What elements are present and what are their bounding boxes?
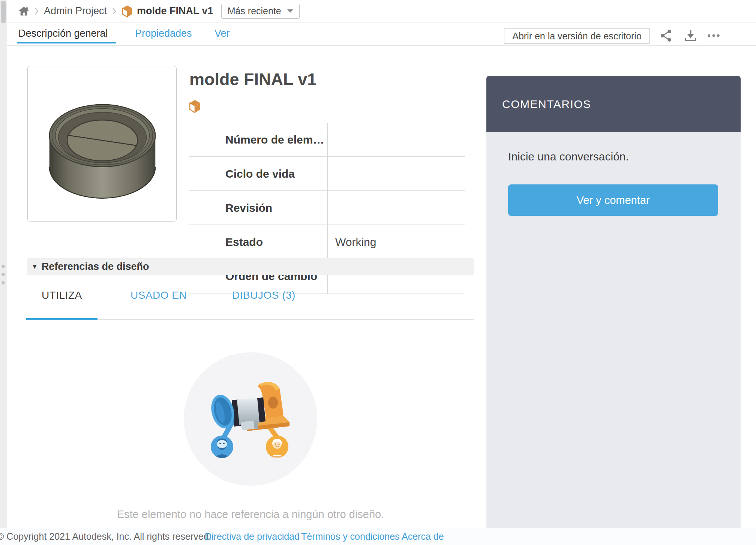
version-dropdown[interactable]: Más reciente <box>221 4 300 19</box>
about-link[interactable]: Acerca de <box>402 528 444 545</box>
scrollbar-thumb[interactable] <box>1 1 6 23</box>
breadcrumb: Admin Project molde FINAL v1 Más recient… <box>7 0 756 22</box>
breadcrumb-project-link[interactable]: Admin Project <box>44 5 107 17</box>
no-references-message: Este elemento no hace referencia a ningú… <box>27 508 474 521</box>
design-references-collapse-header[interactable]: ▼ Referencias de diseño <box>27 258 474 275</box>
design-references-title: Referencias de diseño <box>42 261 149 272</box>
tab-view[interactable]: Ver <box>214 22 230 44</box>
version-dropdown-label: Más reciente <box>228 6 281 16</box>
no-references-illustration <box>184 352 318 486</box>
triangle-down-icon: ▼ <box>32 263 38 271</box>
comments-panel: COMENTARIOS Inicie una conversación. Ver… <box>486 76 741 528</box>
view-and-comment-button[interactable]: Ver y comentar <box>508 184 718 216</box>
property-label: Ciclo de vida <box>189 168 327 180</box>
property-label: Estado <box>189 236 327 249</box>
breadcrumb-separator-icon <box>112 7 116 15</box>
share-icon[interactable] <box>658 28 674 43</box>
privacy-policy-link[interactable]: Directiva de privacidad <box>205 528 300 545</box>
home-icon[interactable] <box>18 6 29 16</box>
mold-3d-render <box>28 67 176 221</box>
item-thumbnail-preview[interactable] <box>27 66 177 222</box>
comments-title: COMENTARIOS <box>502 98 591 111</box>
breadcrumb-current-item: molde FINAL v1 <box>137 5 213 17</box>
property-label: Número de elem… <box>189 133 327 146</box>
left-panel-splitter[interactable] <box>0 0 7 528</box>
terms-link[interactable]: Términos y condiciones <box>301 528 400 545</box>
fusion-team-item-page: Admin Project molde FINAL v1 Más recient… <box>0 0 756 545</box>
caret-down-icon <box>287 9 293 13</box>
item-cube-icon <box>189 99 201 115</box>
tab-drawings[interactable]: DIBUJOS (3) <box>232 289 296 301</box>
download-icon[interactable] <box>683 28 698 43</box>
comments-panel-body: Inicie una conversación. Ver y comentar <box>486 132 741 528</box>
tab-uses[interactable]: UTILIZA <box>42 289 82 301</box>
page-title: molde FINAL v1 <box>189 70 316 89</box>
active-tab-underline <box>17 42 116 43</box>
copyright-text: © Copyright 2021 Autodesk, Inc. All righ… <box>0 528 212 545</box>
splitter-handle-dots[interactable] <box>2 265 5 289</box>
tab-used-in[interactable]: USADO EN <box>130 289 187 301</box>
comments-empty-message: Inicie una conversación. <box>508 150 629 163</box>
item-cube-icon <box>122 4 133 18</box>
property-value-status: Working <box>327 236 465 249</box>
breadcrumb-separator-icon <box>34 7 39 15</box>
comments-panel-header: COMENTARIOS <box>486 76 741 132</box>
property-label: Revisión <box>189 202 327 214</box>
tab-properties[interactable]: Propiedades <box>135 22 192 44</box>
more-icon[interactable] <box>706 28 721 43</box>
open-in-desktop-button[interactable]: Abrir en la versión de escritorio <box>504 28 650 44</box>
tab-overview[interactable]: Descripción general <box>18 22 108 44</box>
active-subtab-underline <box>26 318 98 320</box>
footer: © Copyright 2021 Autodesk, Inc. All righ… <box>0 528 756 545</box>
page-tabs: Descripción general Propiedades Ver Abri… <box>7 22 756 46</box>
